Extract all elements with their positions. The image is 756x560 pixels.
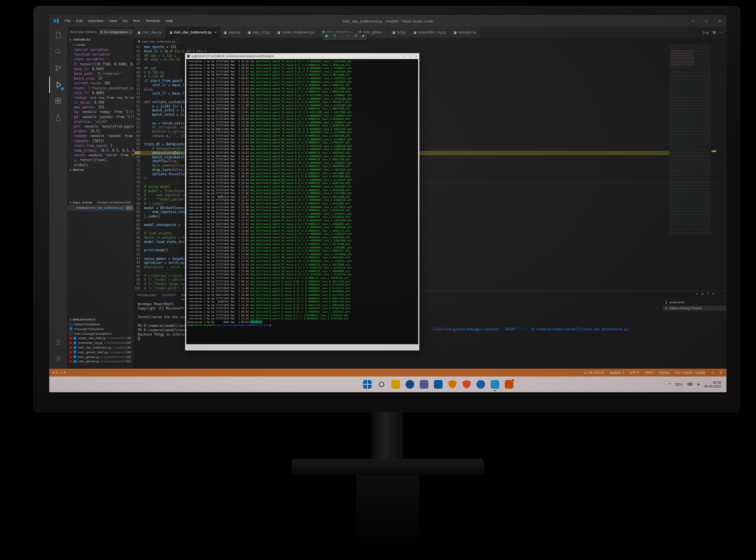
variable-row[interactable]: ›probas: [0.5] [67, 129, 134, 134]
continue-button[interactable]: ▶ [326, 33, 328, 39]
session-powershell[interactable]: ❯powershell [663, 300, 726, 305]
step-out-button[interactable]: ↑ [348, 33, 350, 39]
variable-row[interactable]: ›pd: <module 'pandas' from 'C:\\Users\\h… [67, 115, 134, 119]
more-actions-icon[interactable]: ⋯ [719, 30, 723, 35]
tab-train_dae_bottleneck-py[interactable]: train_dae_bottleneck.py× [166, 27, 220, 38]
launch-config-dropdown[interactable]: ▶ No Configurations ∨ [99, 29, 133, 35]
tab-data-py[interactable]: data.py [220, 27, 244, 38]
taskbar-pycharm-icon[interactable] [505, 380, 513, 389]
taskbar-defender-icon[interactable] [448, 380, 457, 389]
menu-selection[interactable]: Selection [85, 19, 106, 23]
restart-button[interactable]: ↺ [354, 33, 358, 39]
call-stack-frame[interactable]: <module> train_dae_bottleneck.py 68:1 [67, 205, 134, 211]
globals-scope[interactable]: ›Globals [67, 163, 134, 167]
terminal-titlebar[interactable]: hp@DESKTOP-62O4BCM: /mnt/d/numerai/model… [185, 53, 419, 59]
tab-ensembler_my-py[interactable]: ensembler_my.py [410, 27, 450, 38]
breakpoint-row[interactable]: ensembler_my.pyD:\numerai\models\model41… [67, 341, 134, 345]
split-editor-button[interactable]: ⊞ [713, 30, 716, 35]
taskbar-start-icon[interactable] [363, 380, 372, 389]
taskbar-edge-icon[interactable] [406, 380, 414, 389]
tab-uploader-py[interactable]: uploader.py [450, 27, 481, 38]
variable-row[interactable]: ›np: <module 'numpy' from 'C:\\Us... [67, 109, 134, 114]
watch-section-header[interactable]: ∨WATCH [67, 167, 134, 172]
variable-row[interactable]: ›y: tensor([[nan], [67, 158, 134, 162]
status-python[interactable]: Python [659, 371, 669, 375]
touch-keyboard-icon[interactable]: ⌨ [687, 382, 693, 386]
checkbox[interactable] [73, 355, 76, 358]
taskbar-thunderbird-icon[interactable] [476, 380, 485, 389]
speaker-icon[interactable]: 🕪 [697, 382, 700, 387]
accounts-icon[interactable] [49, 334, 67, 350]
taskbar-brave-icon[interactable] [462, 380, 471, 389]
checkbox[interactable] [73, 360, 76, 363]
notifications-icon[interactable]: ↻ [720, 371, 723, 375]
close-button[interactable]: × [713, 15, 726, 27]
checkbox[interactable] [73, 337, 76, 340]
breakpoint-exception-option[interactable]: Raised Exceptions [67, 322, 134, 327]
variable-row[interactable]: ›feats: ['feature_exorbitant_m...id_trin… [67, 86, 134, 91]
testing-icon[interactable] [49, 109, 67, 126]
breakpoint-row[interactable]: train_glmnet.pyD:\numerai\models\model51… [67, 354, 134, 359]
panel-tab-output[interactable]: OUTPUT [162, 291, 176, 300]
variable-row[interactable]: ›random: <module 'random' from 'C:\\User… [67, 134, 134, 138]
taskbar-vscode-icon[interactable] [491, 380, 499, 389]
checkbox[interactable] [69, 332, 72, 335]
variable-row[interactable]: ›lookup: era row_from row_to era_no... [67, 95, 134, 100]
tray-chevron-icon[interactable]: ^ [669, 382, 671, 386]
start-debug-icon[interactable]: ▶ [101, 30, 103, 33]
menu-file[interactable]: File [62, 19, 73, 23]
menu-edit[interactable]: Edit [73, 19, 85, 23]
tab-model_bottleneck-py[interactable]: model_bottleneck.py [274, 27, 319, 38]
breakpoint-exception-option[interactable]: User Uncaught Exceptions [67, 331, 134, 336]
session-python-debug-console[interactable]: ⚙Python Debug Console [663, 306, 726, 311]
checkbox[interactable] [73, 350, 76, 354]
minimap[interactable] [669, 45, 711, 234]
taskbar-file-explorer-icon[interactable] [391, 380, 400, 389]
feedback-icon[interactable]: ☺ [711, 371, 714, 375]
status-spaces[interactable]: Spaces: 4 [610, 371, 624, 375]
menu-terminal[interactable]: Terminal [143, 19, 162, 23]
checkbox[interactable] [69, 323, 72, 326]
tab-data_v2-py[interactable]: data_v2.py [244, 27, 274, 38]
locals-scope[interactable]: ∨Locals [67, 42, 134, 47]
variable-row[interactable]: batch_size: 15 [67, 76, 134, 81]
breadcrumb[interactable]: train_dae_bottleneck.py › … [134, 38, 726, 45]
variable-row[interactable]: ›swap_probas: [0.5, 0.5, 0.5, 0.5, 0.5, … [67, 148, 134, 153]
stop-button[interactable]: ■ [362, 33, 364, 39]
extensions-icon[interactable] [49, 93, 67, 109]
variable-row[interactable]: current_round: 305 [67, 81, 134, 85]
maximize-button[interactable]: □ [700, 15, 713, 27]
checkbox[interactable] [73, 346, 76, 349]
variable-row[interactable]: ›special variables [67, 47, 134, 52]
tab-train_dae-py[interactable]: train_dae.py [134, 27, 166, 38]
status-ln[interactable]: Ln 76, Col 14 [584, 371, 604, 375]
variable-row[interactable]: ›X: tensor([[0.7500, 0.5000, 0.5000, ... [67, 62, 134, 67]
variable-row[interactable]: max_epochs: 151 [67, 105, 134, 109]
keyboard-language[interactable]: DEU [675, 382, 683, 386]
variable-row[interactable]: init_lr: 0.0001 [67, 91, 134, 95]
run-python-file-button[interactable]: ▷∨ [703, 30, 709, 35]
settings-gear-icon[interactable] [49, 350, 67, 367]
variable-row[interactable]: ›class variables [67, 57, 134, 61]
breakpoint-exception-option[interactable]: Uncaught Exceptions [67, 326, 134, 331]
variable-row[interactable]: ›plt: <module 'matplotlib.pyplot' from '… [67, 124, 134, 129]
variable-row[interactable]: base_path: 'D:/numerai/' [67, 71, 134, 76]
panel-controls[interactable]: + ∨ ^ × [696, 292, 715, 296]
menu-go[interactable]: Go [120, 19, 130, 23]
variable-row[interactable]: lr_decay: 0.998 [67, 100, 134, 105]
breakpoint-row[interactable]: train_dae_bottleneck.pyD:\numerai\models… [67, 345, 134, 350]
tab-full-py[interactable]: full.py [389, 27, 410, 38]
variable-row[interactable]: base_lr: 0.0001 [67, 67, 134, 71]
menu-run[interactable]: Run [130, 19, 143, 23]
variable-row[interactable]: platform: 'win32' [67, 119, 134, 124]
panel-tab-problems[interactable]: PROBLEMS [138, 291, 157, 300]
menu-view[interactable]: View [106, 19, 120, 23]
breakpoint-row[interactable]: train_glmnet_fold7.pyD:\numerai\models\m… [67, 350, 134, 354]
checkbox[interactable] [73, 341, 76, 345]
variable-row[interactable]: ›torch: <module 'torch' from 'C:\\Users\… [67, 153, 134, 158]
breakpoint-row[interactable]: create_dae_data.pyD:\numerai\model\mod..… [67, 336, 134, 341]
problems-status[interactable]: ⊘ 0 ⚠ 0 [52, 371, 66, 375]
taskbar-store-icon[interactable] [434, 380, 443, 389]
variables-section-header[interactable]: ∨VARIABLES [67, 37, 134, 42]
step-into-button[interactable]: ↓ [341, 33, 343, 39]
